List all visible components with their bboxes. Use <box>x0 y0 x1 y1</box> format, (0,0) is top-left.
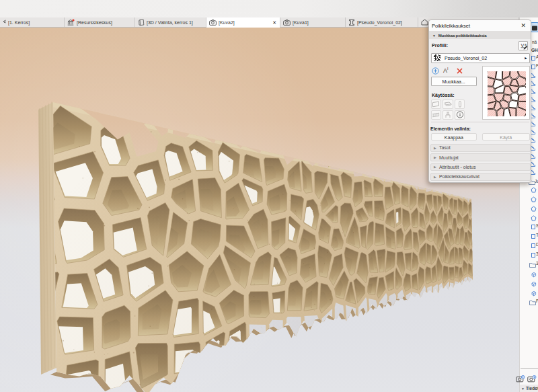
svg-text:V: V <box>521 43 525 48</box>
svg-text:a: a <box>525 42 527 46</box>
